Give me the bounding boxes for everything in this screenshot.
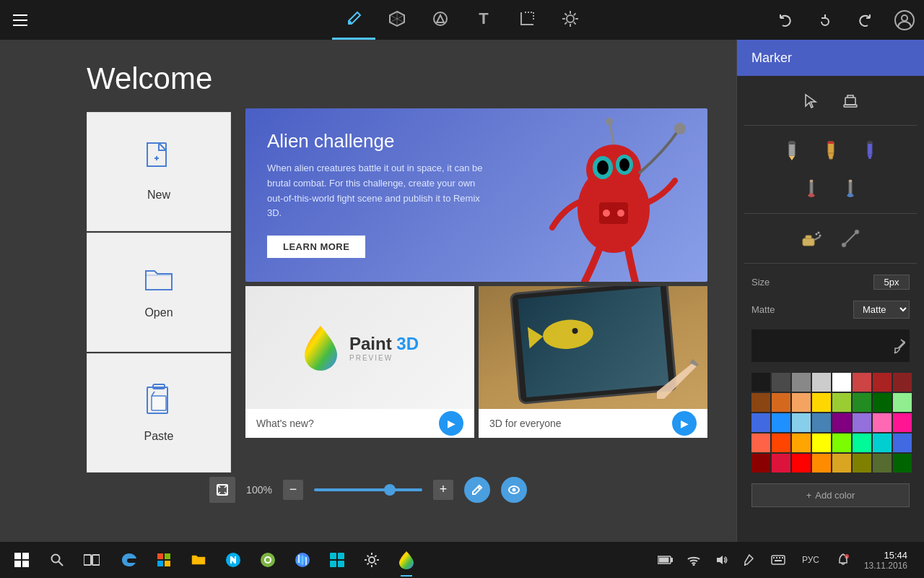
color-swatch[interactable]: [812, 413, 831, 432]
line-tool-button[interactable]: [833, 221, 868, 256]
color-swatch[interactable]: [751, 454, 770, 473]
color-swatch[interactable]: [853, 454, 871, 473]
3d-everyone-play-button[interactable]: ▶: [672, 411, 697, 436]
size-input[interactable]: [873, 275, 910, 290]
undo-button[interactable]: [765, 0, 805, 40]
finish-select[interactable]: Matte Glossy Flat: [853, 301, 910, 319]
color-swatch[interactable]: [893, 434, 912, 452]
whats-new-play-button[interactable]: ▶: [439, 411, 463, 436]
zoom-slider[interactable]: [314, 488, 422, 491]
search-taskbar-button[interactable]: [40, 543, 74, 577]
clock-area[interactable]: 15:44 13.11.2016: [858, 550, 913, 571]
phone-taskbar-icon[interactable]: [251, 542, 284, 578]
color-swatch[interactable]: [832, 393, 851, 412]
zoom-thumb[interactable]: [384, 484, 396, 496]
spray-tool-button[interactable]: [794, 221, 829, 256]
primary-color[interactable]: [751, 329, 889, 362]
color-swatch[interactable]: [792, 373, 811, 392]
color-swatch[interactable]: [792, 393, 811, 412]
oil-brush-button[interactable]: [794, 171, 829, 206]
windowsapp-taskbar-icon[interactable]: [321, 542, 354, 578]
zoom-in-button[interactable]: +: [433, 480, 453, 500]
color-swatch[interactable]: [751, 434, 770, 452]
color-swatch[interactable]: [812, 454, 831, 473]
whats-new-tile[interactable]: Paint 3D PREVIEW What's new? ▶: [245, 286, 474, 438]
3d-everyone-tile[interactable]: 3D for everyone ▶: [479, 286, 707, 438]
crop-tool-button[interactable]: [505, 0, 549, 40]
store-taskbar-icon[interactable]: [147, 542, 180, 578]
learn-more-button[interactable]: LEARN MORE: [267, 236, 365, 258]
color-swatch[interactable]: [772, 413, 790, 432]
calligraphy-tool-button[interactable]: [853, 133, 887, 168]
color-swatch[interactable]: [812, 373, 831, 392]
open-tile[interactable]: Open: [87, 233, 231, 352]
skype-taskbar-icon[interactable]: [217, 542, 250, 578]
account-button[interactable]: [884, 0, 924, 40]
fit-screen-button[interactable]: [209, 477, 235, 503]
eyedropper-tool-button[interactable]: [889, 329, 910, 362]
start-button[interactable]: [4, 542, 40, 578]
color-swatch[interactable]: [853, 393, 871, 412]
settings-taskbar-icon[interactable]: [355, 542, 388, 578]
color-swatch[interactable]: [853, 413, 871, 432]
language-tray-icon[interactable]: РУС: [793, 542, 828, 578]
color-swatch[interactable]: [893, 413, 912, 432]
color-swatch[interactable]: [792, 434, 811, 452]
color-swatch[interactable]: [832, 373, 851, 392]
marker-tool-button[interactable]: [814, 133, 848, 168]
edge-taskbar-icon[interactable]: [113, 542, 146, 578]
color-swatch[interactable]: [751, 393, 770, 412]
new-tile[interactable]: New: [87, 112, 231, 231]
color-swatch[interactable]: [772, 393, 790, 412]
color-swatch[interactable]: [812, 393, 831, 412]
brush-tool-button[interactable]: [332, 0, 375, 40]
color-swatch[interactable]: [751, 413, 770, 432]
color-swatch[interactable]: [853, 373, 871, 392]
color-swatch[interactable]: [772, 454, 790, 473]
color-swatch[interactable]: [893, 373, 912, 392]
add-color-button[interactable]: + Add color: [751, 483, 910, 507]
color-swatch[interactable]: [772, 373, 790, 392]
color-swatch[interactable]: [832, 413, 851, 432]
color-swatch[interactable]: [832, 454, 851, 473]
keyboard-tray-icon[interactable]: [765, 542, 791, 578]
battery-tray-icon[interactable]: [653, 542, 679, 578]
color-swatch[interactable]: [893, 454, 912, 473]
notification-tray-icon[interactable]: 3: [830, 542, 856, 578]
zoom-out-button[interactable]: −: [283, 480, 303, 500]
text-tool-button[interactable]: T: [462, 0, 505, 40]
color-swatch[interactable]: [812, 434, 831, 452]
color-swatch[interactable]: [792, 454, 811, 473]
wifi-tray-icon[interactable]: [681, 542, 707, 578]
paste-tile[interactable]: Paste: [87, 353, 231, 473]
color-swatch[interactable]: [873, 434, 892, 452]
color-swatch[interactable]: [772, 434, 790, 452]
watercolor-brush-button[interactable]: [833, 171, 868, 206]
color-swatch[interactable]: [873, 393, 892, 412]
explorer-taskbar-icon[interactable]: [182, 542, 215, 578]
shapes-tool-button[interactable]: [419, 0, 462, 40]
color-swatch[interactable]: [873, 413, 892, 432]
paint3d-taskbar-icon[interactable]: [390, 542, 423, 578]
effects-tool-button[interactable]: [549, 0, 592, 40]
stamp-tool-button[interactable]: [833, 83, 868, 118]
color-swatch[interactable]: [873, 454, 892, 473]
pen-tool-zoom-button[interactable]: [464, 477, 490, 503]
cursor-tool-button[interactable]: [794, 83, 829, 118]
volume-tray-icon[interactable]: [709, 542, 735, 578]
maps-taskbar-icon[interactable]: [286, 542, 319, 578]
color-swatch[interactable]: [832, 434, 851, 452]
forward-button[interactable]: [845, 0, 884, 40]
task-view-button[interactable]: [75, 543, 108, 577]
hamburger-button[interactable]: [0, 0, 40, 40]
color-swatch[interactable]: [751, 373, 770, 392]
color-swatch[interactable]: [893, 393, 912, 412]
pen-tray-icon[interactable]: [737, 542, 763, 578]
color-swatch[interactable]: [853, 434, 871, 452]
3d-tool-button[interactable]: [375, 0, 419, 40]
pencil-tool-button[interactable]: [775, 133, 809, 168]
eye-tool-zoom-button[interactable]: [501, 477, 527, 503]
color-swatch[interactable]: [873, 373, 892, 392]
color-swatch[interactable]: [792, 413, 811, 432]
redo-button[interactable]: [805, 0, 845, 40]
